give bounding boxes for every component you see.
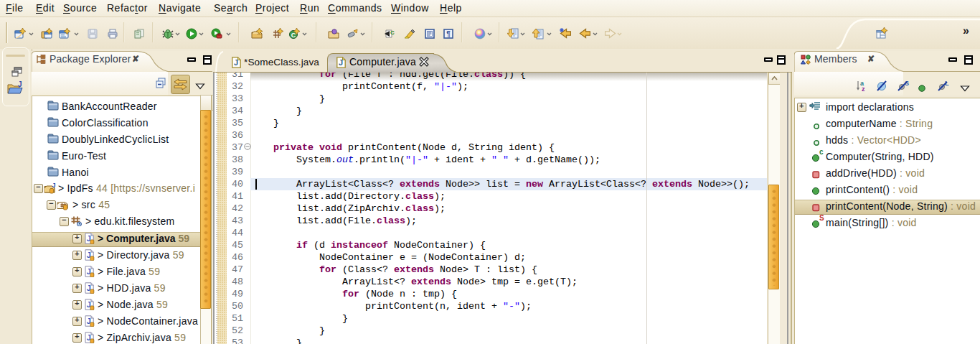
svg-text:J: J [234, 58, 238, 67]
svg-text:z: z [862, 85, 865, 92]
svg-text:J: J [339, 58, 343, 67]
svg-text:J: J [18, 81, 22, 88]
svg-text:C: C [291, 32, 296, 39]
svg-text:J: J [52, 182, 56, 189]
svg-text:C: C [390, 29, 395, 36]
svg-text:¶: ¶ [446, 30, 451, 38]
